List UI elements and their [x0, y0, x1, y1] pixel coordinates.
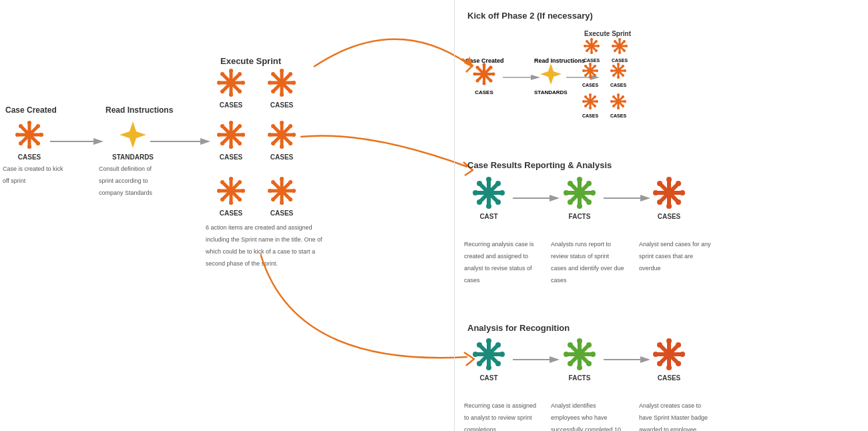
- svg-point-242: [590, 352, 596, 357]
- svg-point-9: [36, 141, 40, 145]
- svg-point-176: [612, 95, 615, 98]
- svg-point-106: [618, 38, 621, 41]
- cases-icon-exec2: [266, 67, 298, 99]
- arrow-results-1: [513, 192, 560, 207]
- cast-desc-recognition: Recurring case is assigned to analyst to…: [464, 398, 537, 431]
- svg-point-204: [586, 199, 592, 205]
- svg-point-112: [623, 40, 626, 43]
- svg-point-160: [589, 93, 592, 96]
- cases-desc-results: Analyst send cases for any sprint cases …: [639, 237, 712, 273]
- svg-point-83: [280, 201, 284, 205]
- svg-point-23: [229, 93, 233, 97]
- arrow-1: [50, 135, 103, 151]
- svg-point-245: [586, 342, 592, 348]
- phase2-row3-cases1: [581, 92, 600, 111]
- svg-point-231: [495, 342, 501, 348]
- svg-point-166: [594, 95, 596, 98]
- svg-point-98: [586, 40, 588, 43]
- curved-arrow-phase2: [307, 27, 481, 83]
- arrow-results-2: [604, 192, 650, 207]
- svg-marker-208: [640, 195, 650, 201]
- svg-point-142: [594, 65, 596, 67]
- svg-point-246: [568, 361, 573, 366]
- svg-point-5: [27, 145, 31, 149]
- svg-point-149: [617, 76, 620, 79]
- svg-point-119: [483, 82, 486, 85]
- case-results-title: Case Results Reporting & Analysis: [467, 159, 612, 171]
- cast-icon-svg-recognition: [471, 337, 506, 372]
- svg-point-25: [241, 81, 245, 85]
- svg-point-186: [486, 203, 491, 209]
- svg-point-191: [495, 181, 501, 186]
- svg-point-206: [568, 199, 573, 205]
- svg-point-77: [220, 197, 224, 201]
- svg-point-165: [594, 105, 596, 107]
- facts-icon-svg-recognition: [562, 337, 597, 372]
- svg-point-107: [618, 51, 621, 54]
- svg-point-216: [680, 190, 685, 195]
- svg-point-94: [590, 38, 593, 41]
- svg-point-37: [292, 81, 296, 85]
- svg-point-220: [657, 199, 662, 205]
- svg-point-143: [584, 74, 587, 77]
- execute-sprint-row2: CASES: [215, 119, 298, 161]
- standards-icon: [117, 119, 149, 151]
- svg-point-7: [39, 133, 43, 137]
- phase2-row3-cases2: [609, 92, 628, 111]
- svg-point-61: [292, 133, 296, 137]
- case-created-desc: Case is created to kick off sprint: [3, 161, 66, 185]
- svg-point-219: [676, 181, 681, 186]
- svg-point-232: [477, 361, 482, 366]
- cast-icon-results: CAST: [471, 175, 506, 220]
- svg-point-256: [680, 352, 685, 357]
- svg-point-41: [271, 89, 275, 93]
- svg-point-10: [36, 124, 40, 128]
- recognition-title: Analysis for Recognition: [467, 322, 570, 334]
- svg-point-95: [590, 51, 593, 54]
- arrow-recognition-1: [513, 354, 560, 368]
- svg-point-177: [622, 105, 624, 107]
- svg-point-254: [666, 365, 672, 370]
- svg-point-110: [614, 40, 616, 43]
- cast-icon-svg-results: [471, 175, 506, 210]
- svg-point-189: [477, 181, 482, 186]
- svg-marker-15: [125, 127, 141, 143]
- svg-point-257: [657, 342, 662, 348]
- svg-point-27: [238, 89, 242, 93]
- svg-marker-194: [550, 195, 560, 201]
- svg-point-28: [238, 72, 242, 76]
- facts-icon-svg-results: [562, 175, 597, 210]
- phase2-title: Kick off Phase 2 (If necessary): [467, 9, 593, 21]
- svg-point-136: [589, 63, 592, 65]
- svg-point-213: [666, 177, 672, 182]
- svg-marker-129: [545, 68, 557, 80]
- svg-point-34: [280, 69, 284, 73]
- svg-point-65: [271, 141, 275, 145]
- svg-point-124: [489, 66, 493, 69]
- svg-point-6: [15, 133, 19, 137]
- facts-desc-recognition: Analyst identifies employees who have su…: [551, 398, 624, 431]
- svg-point-239: [577, 338, 582, 344]
- svg-point-71: [229, 201, 233, 205]
- svg-point-48: [217, 133, 221, 137]
- svg-point-203: [568, 181, 573, 186]
- svg-point-73: [241, 189, 245, 193]
- svg-point-227: [473, 352, 478, 357]
- svg-point-214: [666, 203, 672, 209]
- cast-desc-results: Recurring analysis case is created and a…: [464, 237, 537, 285]
- cases-icon-main: [13, 119, 45, 151]
- svg-point-82: [280, 177, 284, 181]
- svg-point-215: [653, 190, 658, 195]
- phase2-row2-cases2: [609, 61, 628, 80]
- standards-desc: Consult definition of sprint according t…: [99, 161, 166, 197]
- svg-point-155: [612, 74, 615, 77]
- svg-point-178: [622, 95, 624, 98]
- cast-icon-recognition: CAST: [471, 337, 506, 382]
- phase2-cases-icon1: [582, 37, 601, 55]
- svg-marker-234: [550, 356, 560, 363]
- svg-point-201: [564, 190, 569, 195]
- svg-point-162: [582, 100, 585, 103]
- arrow-recognition-2: [604, 354, 650, 368]
- svg-point-40: [288, 72, 292, 76]
- svg-point-49: [241, 133, 245, 137]
